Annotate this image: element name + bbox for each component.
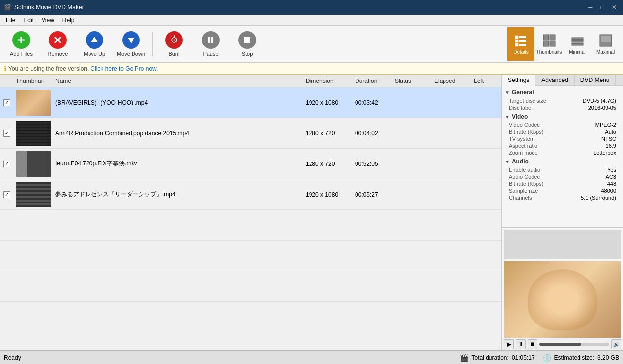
svg-rect-11 [211,37,213,43]
table-row[interactable]: (BRAVEGIRLS) -(YOO-HOO) .mp4 1920 x 1080… [0,87,501,118]
zoom-key: Zoom mode [509,150,538,156]
tab-advanced[interactable]: Advanced [535,75,574,85]
enable-audio-key: Enable audio [509,167,540,173]
svg-marker-4 [91,37,98,42]
thumb-image-3 [16,151,51,177]
preview-pause-button[interactable]: ⏸ [516,339,526,349]
play-button[interactable]: ▶ [504,339,514,349]
go-pro-link[interactable]: Click here to Go Pro now. [90,65,158,72]
volume-slider[interactable] [539,343,609,346]
settings-content: ▼ General Target disc size DVD-5 (4.7G) … [502,86,623,227]
preview-stop-button[interactable]: ⏹ [528,339,537,349]
table-row[interactable]: Aim4R Production Combined pop dance 2015… [0,118,501,149]
duration-3: 00:52:05 [353,161,393,167]
empty-row [0,210,501,241]
total-duration-label: Total duration: [471,354,508,361]
checkbox-3[interactable] [3,161,10,167]
status-ready: Ready [4,354,21,361]
menu-view[interactable]: View [38,16,58,25]
checkbox-4[interactable] [3,191,10,198]
checkbox-2[interactable] [3,130,10,137]
main-content: Thumbnail Name Dimension Duration Status… [0,75,623,350]
audio-codec-key: Audio Codec [509,174,540,180]
menu-help[interactable]: Help [58,16,79,25]
row-checkbox-3[interactable] [0,161,14,167]
svg-rect-28 [601,40,611,42]
row-checkbox-4[interactable] [0,191,14,198]
duration-1: 00:03:42 [353,99,393,106]
svg-rect-19 [543,35,549,40]
sample-rate-key: Sample rate [509,188,538,194]
svg-rect-14 [515,40,518,42]
setting-sample-rate: Sample rate 48000 [505,187,620,194]
move-down-button[interactable]: Move Down [114,27,148,61]
volume-icon[interactable]: 🔊 [611,339,621,349]
thumbnail-1 [14,88,53,118]
channels-val: 5.1 (Surround) [581,195,616,201]
total-duration-val: 01:05:17 [512,354,535,361]
col-header-left: Left [472,78,501,84]
table-row[interactable]: 夢みるアドレセンス『リーダーシップ』.mp4 1920 x 1080 00:05… [0,179,501,210]
burn-button[interactable]: Burn [157,27,191,61]
collapse-video-icon[interactable]: ▼ [505,114,510,120]
titlebar: 🎬 Sothink Movie DVD Maker ─ □ ✕ [0,0,623,15]
tv-system-key: TV system [509,136,534,142]
pause-button[interactable]: Pause [193,27,228,61]
svg-rect-18 [519,44,526,46]
col-header-duration: Duration [353,78,393,84]
remove-button[interactable]: Remove [41,27,75,61]
app-title: Sothink Movie DVD Maker [14,4,84,11]
section-audio: ▼ Audio Enable audio Yes Audio Codec AC3… [505,158,620,201]
move-down-icon [122,31,140,49]
maximal-view-button[interactable]: Maximal [592,27,619,61]
preview-controls: ▶ ⏸ ⏹ 🔊 [502,338,623,350]
svg-rect-27 [601,36,611,40]
close-button[interactable]: ✕ [609,2,619,12]
remove-icon [49,31,67,49]
duration-4: 00:05:27 [353,191,393,198]
menu-file[interactable]: File [2,16,19,25]
row-checkbox-2[interactable] [0,130,14,137]
minimize-button[interactable]: ─ [585,2,595,12]
col-header-elapsed: Elapsed [432,78,472,84]
setting-audio-codec: Audio Codec AC3 [505,173,620,180]
details-view-button[interactable]: Details [507,27,534,61]
minimal-view-button[interactable]: Minimal [564,27,591,61]
status-duration: 🎬 Total duration: 01:05:17 [460,354,534,362]
col-header-name: Name [53,78,304,84]
menu-edit[interactable]: Edit [19,16,38,25]
file-list-panel: Thumbnail Name Dimension Duration Status… [0,75,502,350]
preview-area: ▶ ⏸ ⏹ 🔊 [502,227,623,350]
setting-target-disc: Target disc size DVD-5 (4.7G) [505,97,620,104]
section-video: ▼ Video Video Codec MPEG-2 Bit rate (Kbp… [505,113,620,156]
thumbnails-view-button[interactable]: Thumbnails [535,27,563,61]
target-disc-val: DVD-5 (4.7G) [583,98,616,104]
collapse-audio-icon[interactable]: ▼ [505,159,510,164]
tab-dvd-menu[interactable]: DVD Menu [575,75,616,85]
dimension-2: 1280 x 720 [304,130,353,137]
channels-key: Channels [509,195,532,201]
app-icon: 🎬 [4,4,11,11]
target-disc-key: Target disc size [509,98,546,104]
tab-settings[interactable]: Settings [502,75,535,86]
table-row[interactable]: Ieuru.E04.720p.FIX字幕侠.mkv 1280 x 720 00:… [0,149,501,179]
add-files-button[interactable]: Add Files [4,27,39,61]
maximize-button[interactable]: □ [597,2,607,12]
setting-channels: Channels 5.1 (Surround) [505,194,620,201]
row-checkbox-1[interactable] [0,99,14,106]
svg-rect-13 [515,36,518,39]
collapse-general-icon[interactable]: ▼ [505,90,510,95]
disc-label-val: 2016-09-05 [588,105,616,111]
video-codec-key: Video Codec [509,122,540,128]
move-up-button[interactable]: Move Up [77,27,112,61]
thumbnail-4 [14,180,53,209]
toolbar: Add Files Remove Move Up Move Down [0,26,623,63]
zoom-val: Letterbox [593,150,616,156]
checkbox-1[interactable] [3,99,10,106]
stop-button[interactable]: Stop [230,27,265,61]
estimated-size-val: 3.20 GB [597,354,619,361]
ready-text: Ready [4,354,21,361]
thumbnail-2 [14,119,53,148]
setting-zoom: Zoom mode Letterbox [505,149,620,156]
audio-codec-val: AC3 [606,174,616,180]
